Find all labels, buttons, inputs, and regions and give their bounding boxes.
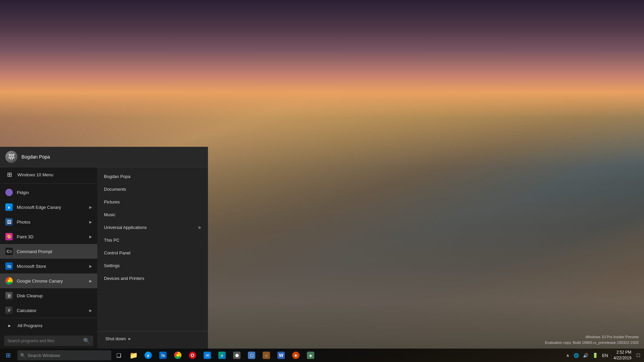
edge2-icon: e xyxy=(218,352,226,359)
user-link-label: Control Panel xyxy=(104,250,130,255)
user-panel: Bogdan Popa Documents Pictures Music Uni… xyxy=(97,167,208,349)
user-link-label: This PC xyxy=(104,238,119,243)
taskbar: ⊞ 🔍 Search Windows ❑ 📁 e 🛍 O ✉ e ⬟ ⬡ ○ xyxy=(0,349,644,362)
user-name[interactable]: Bogdan Popa xyxy=(21,154,50,160)
edge-canary-icon: e xyxy=(5,203,13,211)
taskbar-file-explorer[interactable]: 📁 xyxy=(126,349,141,362)
taskbar-app1[interactable]: ⬟ xyxy=(229,349,244,362)
user-link-music[interactable]: Music xyxy=(97,208,208,221)
task-view-button[interactable]: ❑ xyxy=(111,349,126,362)
user-link-settings[interactable]: Settings xyxy=(97,259,208,272)
user-avatar[interactable]: 🐺 xyxy=(5,151,17,163)
disk-cleanup-icon: 🗑 xyxy=(5,292,13,299)
chrome-canary-icon xyxy=(5,277,13,285)
user-link-this-pc[interactable]: This PC xyxy=(97,234,208,246)
keyboard-icon[interactable]: EN xyxy=(601,353,609,358)
start-button[interactable]: ⊞ xyxy=(0,349,16,362)
network-icon[interactable]: 🌐 xyxy=(572,353,580,358)
search-programs-input[interactable] xyxy=(7,339,83,343)
taskbar-edge[interactable]: e xyxy=(141,349,156,362)
user-link-label: Devices and Printers xyxy=(104,276,144,281)
build-info: Windows 10 Pro Insider Preview Evaluatio… xyxy=(545,334,639,345)
volume-icon[interactable]: 🔊 xyxy=(582,353,590,358)
all-programs-section: ▸ All Programs 🔍 xyxy=(0,318,97,349)
user-link-control-panel[interactable]: Control Panel xyxy=(97,246,208,259)
tray-chevron[interactable]: ∧ xyxy=(565,353,571,358)
arrow-icon: ▶ xyxy=(199,225,201,230)
windows-logo-icon: ⊞ xyxy=(6,352,11,359)
user-link-label: Pictures xyxy=(104,199,120,204)
user-link-label: Music xyxy=(104,212,115,217)
file-explorer-icon: 📁 xyxy=(129,351,138,359)
menu-item-label: Windows 10 Menu xyxy=(17,172,53,177)
user-link-universal-apps[interactable]: Universal Applications ▶ xyxy=(97,221,208,234)
paint3d-icon: 🎨 xyxy=(5,233,13,240)
app1-icon: ⬟ xyxy=(233,352,240,359)
build-info-line2: Evaluation copy. Build 18865.rs_prerelea… xyxy=(545,340,639,346)
menu-item-windows-menu[interactable]: ⊞ Windows 10 Menu xyxy=(0,167,97,182)
taskbar-store[interactable]: 🛍 xyxy=(156,349,170,362)
clock-date: 4/22/2019 xyxy=(613,355,631,361)
user-link-user-folder[interactable]: Bogdan Popa xyxy=(97,170,208,183)
menu-item-label: Calculator xyxy=(17,308,37,313)
shutdown-section: Shut down ▶ xyxy=(97,331,208,346)
menu-item-photos[interactable]: 🖼 Photos ▶ xyxy=(0,215,97,229)
word-icon: W xyxy=(277,352,285,359)
arrow-icon: ▶ xyxy=(89,308,92,313)
search-programs-box[interactable]: 🔍 xyxy=(4,336,93,346)
taskbar-opera[interactable]: O xyxy=(185,349,200,362)
app5-icon: ◈ xyxy=(307,352,314,359)
menu-item-cmd[interactable]: C:\ Command Prompt xyxy=(0,244,97,259)
taskbar-app3[interactable]: ○ xyxy=(259,349,274,362)
taskbar-chrome[interactable] xyxy=(170,349,185,362)
clock[interactable]: 2:52 PM 4/22/2019 xyxy=(611,350,634,361)
menu-item-label: Paint 3D xyxy=(17,234,34,239)
start-menu: 🐺 Bogdan Popa ⊞ Windows 10 Menu Pidgin e… xyxy=(0,147,208,349)
pidgin-icon xyxy=(5,189,13,196)
app4-icon: ★ xyxy=(292,352,300,359)
shutdown-label: Shut down xyxy=(105,336,126,341)
menu-item-label: Microsoft Edge Canary xyxy=(17,205,61,210)
menu-item-label: Photos xyxy=(17,220,30,225)
taskbar-app2[interactable]: ⬡ xyxy=(244,349,259,362)
app2-icon: ⬡ xyxy=(248,352,255,359)
windows-menu-icon: ⊞ xyxy=(5,171,13,179)
photos-icon: 🖼 xyxy=(5,218,13,226)
menu-item-chrome-canary[interactable]: Google Chrome Canary ▶ xyxy=(0,274,97,288)
taskbar-email[interactable]: ✉ xyxy=(200,349,215,362)
menu-item-label: Command Prompt xyxy=(17,249,52,254)
notification-icon[interactable]: □ xyxy=(635,352,641,358)
taskbar-search[interactable]: 🔍 Search Windows xyxy=(17,350,111,360)
battery-icon[interactable]: 🔋 xyxy=(591,353,599,358)
taskbar-word[interactable]: W xyxy=(274,349,288,362)
menu-item-label: Disk Cleanup xyxy=(17,293,43,298)
chrome-icon xyxy=(174,352,181,359)
shutdown-button[interactable]: Shut down ▶ xyxy=(103,334,134,343)
arrow-icon: ▶ xyxy=(89,220,92,224)
search-programs-icon: 🔍 xyxy=(83,338,90,344)
cmd-icon: C:\ xyxy=(5,248,13,255)
user-link-pictures[interactable]: Pictures xyxy=(97,195,208,208)
calculator-icon: # xyxy=(5,307,13,314)
shutdown-area: Shut down ▶ xyxy=(97,331,208,346)
menu-item-disk-cleanup[interactable]: 🗑 Disk Cleanup xyxy=(0,288,97,303)
start-menu-header: 🐺 Bogdan Popa xyxy=(0,147,208,167)
user-link-devices-printers[interactable]: Devices and Printers xyxy=(97,272,208,285)
user-link-documents[interactable]: Documents xyxy=(97,183,208,195)
clock-time: 2:52 PM xyxy=(613,350,631,355)
arrow-icon: ▶ xyxy=(89,235,92,239)
taskbar-app4[interactable]: ★ xyxy=(288,349,303,362)
avatar-symbol: 🐺 xyxy=(8,153,15,161)
taskbar-edge2[interactable]: e xyxy=(215,349,229,362)
menu-item-ms-store[interactable]: 🛍 Microsoft Store ▶ xyxy=(0,259,97,274)
all-programs-item[interactable]: ▸ All Programs xyxy=(0,318,97,333)
menu-item-edge-canary[interactable]: e Microsoft Edge Canary ▶ xyxy=(0,200,97,215)
menu-item-pidgin[interactable]: Pidgin xyxy=(0,185,97,200)
menu-item-label: Pidgin xyxy=(17,190,29,195)
taskbar-app5[interactable]: ◈ xyxy=(303,349,318,362)
all-programs-label: All Programs xyxy=(17,323,42,328)
menu-item-calculator[interactable]: # Calculator ▶ xyxy=(0,303,97,318)
shutdown-arrow: ▶ xyxy=(128,337,131,341)
menu-item-paint3d[interactable]: 🎨 Paint 3D ▶ xyxy=(0,229,97,244)
taskbar-right: ∧ 🌐 🔊 🔋 EN 2:52 PM 4/22/2019 □ xyxy=(565,350,644,361)
